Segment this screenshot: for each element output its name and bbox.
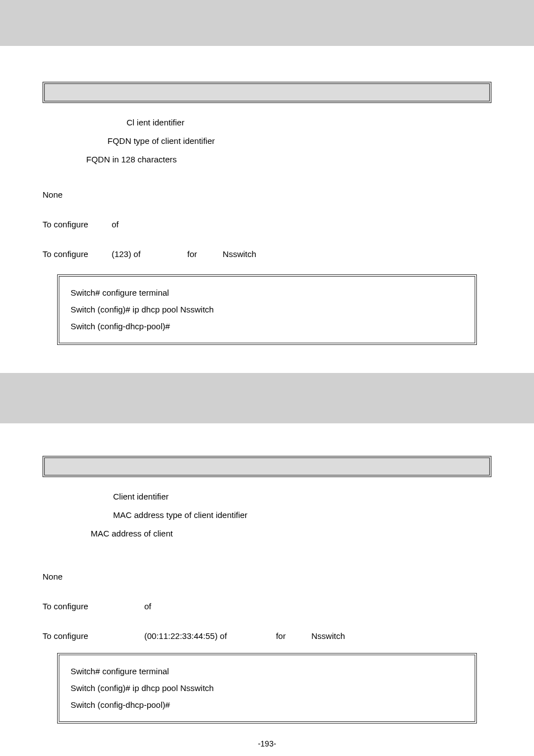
ex-seg: (00:11:22:33:44:55) of [144,631,227,641]
code-line: Switch (config-dhcp-pool)# [71,697,463,713]
ex-gap [140,249,187,259]
parameters-1: Cl ient identifier FQDN type of client i… [43,113,491,169]
default-text: None [43,572,63,581]
page: Cl ient identifier FQDN type of client i… [0,0,534,756]
section-1: Cl ient identifier FQDN type of client i… [0,82,534,345]
syntax-box-2 [43,456,491,477]
example-1: To configure (123) of for Nsswitch [43,249,491,259]
param-row: MAC address of client [43,524,491,543]
ex-gap [88,631,144,641]
mid-band [0,373,534,423]
mode-gap [88,601,144,611]
param-desc: MAC address type of client identifier [113,506,247,524]
mode-1: To configure of [43,220,491,229]
mode-seg: of [111,220,119,229]
header-band [0,0,534,46]
param-row: MAC address type of client identifier [43,506,491,524]
section-2: Client identifier MAC address type of cl… [0,423,534,724]
code-box-1: Switch# configure terminal Switch (confi… [57,274,477,345]
param-desc: FQDN in 128 characters [86,150,177,169]
param-row: Cl ient identifier [43,113,491,132]
example-2: To configure (00:11:22:33:44:55) of for … [43,631,491,641]
param-row: FQDN type of client identifier [43,132,491,150]
mode-2: To configure of [43,601,491,611]
param-desc: FQDN type of client identifier [107,132,215,150]
param-row: FQDN in 128 characters [43,150,491,169]
ex-gap [227,631,276,641]
parameters-2: Client identifier MAC address type of cl… [43,487,491,543]
ex-seg: (123) of [111,249,140,259]
param-desc: Client identifier [113,487,168,506]
default-1: None [43,190,491,199]
ex-seg: for [276,631,286,641]
ex-gap [197,249,223,259]
ex-seg: To configure [43,249,88,259]
ex-gap [285,631,311,641]
code-line: Switch (config-dhcp-pool)# [71,318,463,335]
default-text: None [43,190,63,199]
syntax-box-1 [43,82,491,103]
mode-seg: To configure [43,220,88,229]
ex-seg: Nsswitch [223,249,256,259]
ex-gap [88,249,112,259]
code-line: Switch (config)# ip dhcp pool Nsswitch [71,680,463,697]
page-number: -193- [0,739,534,748]
param-desc: MAC address of client [91,524,173,543]
param-row: Client identifier [43,487,491,506]
code-line: Switch# configure terminal [71,663,463,680]
mode-seg: of [144,601,152,611]
mode-gap [88,220,112,229]
page-number-text: -193- [258,739,277,748]
code-line: Switch (config)# ip dhcp pool Nsswitch [71,301,463,318]
code-line: Switch# configure terminal [71,284,463,301]
ex-seg: Nsswitch [311,631,345,641]
default-2: None [43,572,491,581]
ex-seg: To configure [43,631,88,641]
param-desc: Cl ient identifier [127,113,184,132]
code-box-2: Switch# configure terminal Switch (confi… [57,653,477,724]
mode-seg: To configure [43,601,88,611]
ex-seg: for [187,249,197,259]
